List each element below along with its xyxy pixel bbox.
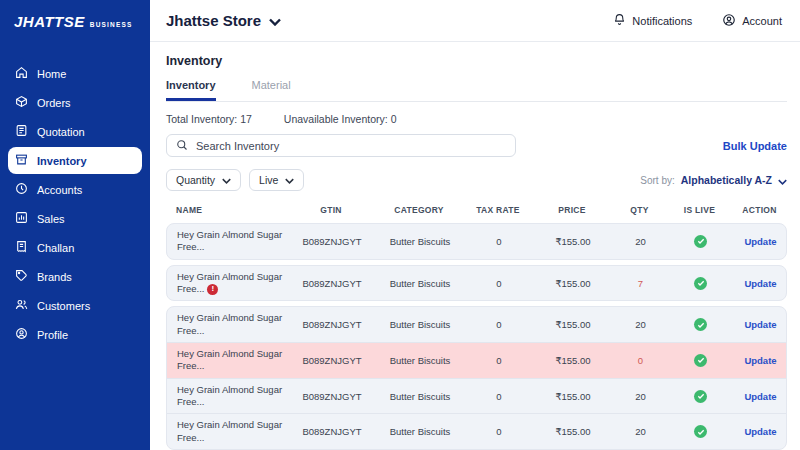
- alert-icon: !: [207, 284, 218, 295]
- challan-icon: [15, 240, 28, 255]
- is-live-cell: [668, 425, 733, 438]
- gtin-cell: B089ZNJGYT: [289, 236, 375, 247]
- update-button[interactable]: Update: [744, 426, 776, 437]
- category-cell: Butter Biscuits: [375, 426, 465, 437]
- sidebar-item-label: Brands: [37, 271, 72, 283]
- update-button[interactable]: Update: [744, 391, 776, 402]
- column-header-qty: QTY: [612, 205, 667, 215]
- brand-logo: JHATTSE BUSINESS: [0, 0, 150, 30]
- qty-cell: 0: [613, 355, 668, 366]
- category-cell: Butter Biscuits: [375, 236, 465, 247]
- category-cell: Butter Biscuits: [375, 319, 465, 330]
- quotation-icon: [15, 124, 28, 139]
- is-live-cell: [668, 354, 733, 367]
- update-button[interactable]: Update: [744, 278, 776, 289]
- sort-dropdown[interactable]: Sort by: Alphabetically A-Z: [640, 171, 787, 189]
- product-name-cell: Hey Grain Almond Sugar Free...: [167, 384, 289, 409]
- sidebar-item-home[interactable]: Home: [8, 60, 142, 87]
- chevron-down-icon: [269, 12, 281, 29]
- product-name-cell: Hey Grain Almond Sugar Free...: [167, 419, 289, 444]
- inventory-icon: [15, 153, 28, 168]
- account-button[interactable]: Account: [722, 13, 782, 29]
- sidebar-item-challan[interactable]: Challan: [8, 234, 142, 261]
- store-name-label: Jhattse Store: [166, 12, 261, 29]
- is-live-cell: [668, 318, 733, 331]
- gtin-cell: B089ZNJGYT: [289, 426, 375, 437]
- chevron-down-icon: [778, 171, 787, 189]
- price-cell: ₹155.00: [533, 426, 613, 437]
- is-live-cell: [668, 235, 733, 248]
- product-name-cell: Hey Grain Almond Sugar Free...: [167, 348, 289, 373]
- update-button[interactable]: Update: [744, 319, 776, 330]
- table-row-group: Hey Grain Almond Sugar Free...B089ZNJGYT…: [166, 306, 787, 450]
- gtin-cell: B089ZNJGYT: [289, 391, 375, 402]
- sidebar-item-label: Customers: [37, 300, 90, 312]
- table-row: Hey Grain Almond Sugar Free...B089ZNJGYT…: [167, 224, 786, 259]
- qty-cell: 20: [613, 426, 668, 437]
- sidebar-item-label: Inventory: [37, 155, 87, 167]
- store-selector[interactable]: Jhattse Store: [166, 12, 281, 29]
- table-row: Hey Grain Almond Sugar Free...B089ZNJGYT…: [167, 413, 786, 449]
- unavailable-inventory-stat: Unavailable Inventory: 0: [284, 113, 397, 125]
- tab-inventory[interactable]: Inventory: [166, 79, 216, 101]
- sidebar-item-label: Quotation: [37, 126, 85, 138]
- quantity-filter-dropdown[interactable]: Quantity: [166, 169, 241, 191]
- sidebar-item-customers[interactable]: Customers: [8, 292, 142, 319]
- tax-rate-cell: 0: [465, 236, 533, 247]
- bell-icon: [613, 13, 626, 28]
- live-check-icon: [694, 390, 707, 403]
- sidebar-item-sales[interactable]: Sales: [8, 205, 142, 232]
- live-check-icon: [694, 318, 707, 331]
- update-button[interactable]: Update: [744, 236, 776, 247]
- product-name-cell: Hey Grain Almond Sugar Free...!: [167, 271, 289, 296]
- sidebar-item-brands[interactable]: Brands: [8, 263, 142, 290]
- qty-cell: 20: [613, 236, 668, 247]
- column-header-price: PRICE: [532, 205, 612, 215]
- action-cell: Update: [733, 355, 787, 366]
- qty-cell: 20: [613, 319, 668, 330]
- table-row: Hey Grain Almond Sugar Free...B089ZNJGYT…: [167, 342, 786, 378]
- column-header-name: NAME: [166, 205, 288, 215]
- filter-label: Live: [259, 174, 278, 186]
- sidebar-item-label: Profile: [37, 329, 68, 341]
- column-header-gtin: GTIN: [288, 205, 374, 215]
- table-row: Hey Grain Almond Sugar Free...!B089ZNJGY…: [167, 266, 786, 301]
- main-content: Inventory Inventory Material Total Inven…: [150, 42, 800, 450]
- price-cell: ₹155.00: [533, 355, 613, 366]
- live-check-icon: [694, 425, 707, 438]
- stat-value: 17: [240, 113, 252, 125]
- gtin-cell: B089ZNJGYT: [289, 355, 375, 366]
- search-input[interactable]: [196, 140, 506, 152]
- product-name-cell: Hey Grain Almond Sugar Free...: [167, 229, 289, 254]
- sidebar-item-label: Sales: [37, 213, 65, 225]
- price-cell: ₹155.00: [533, 278, 613, 289]
- price-cell: ₹155.00: [533, 319, 613, 330]
- chevron-down-icon: [285, 174, 294, 186]
- product-name: Hey Grain Almond Sugar Free...: [177, 271, 282, 294]
- price-cell: ₹155.00: [533, 391, 613, 402]
- sidebar-item-orders[interactable]: Orders: [8, 89, 142, 116]
- search-box[interactable]: [166, 134, 516, 157]
- update-button[interactable]: Update: [744, 355, 776, 366]
- tab-material[interactable]: Material: [252, 79, 291, 101]
- action-cell: Update: [733, 278, 787, 289]
- sidebar-item-accounts[interactable]: Accounts: [8, 176, 142, 203]
- sidebar-item-inventory[interactable]: Inventory: [8, 147, 142, 174]
- orders-icon: [15, 95, 28, 110]
- table-row-group: Hey Grain Almond Sugar Free...!B089ZNJGY…: [166, 265, 787, 302]
- bulk-update-link[interactable]: Bulk Update: [723, 140, 787, 152]
- sidebar-item-quotation[interactable]: Quotation: [8, 118, 142, 145]
- tax-rate-cell: 0: [465, 319, 533, 330]
- is-live-cell: [668, 277, 733, 290]
- qty-cell: 7: [613, 278, 668, 289]
- is-live-cell: [668, 390, 733, 403]
- gtin-cell: B089ZNJGYT: [289, 278, 375, 289]
- live-filter-dropdown[interactable]: Live: [249, 169, 304, 191]
- sidebar-item-profile[interactable]: Profile: [8, 321, 142, 348]
- app-window: JHATTSE BUSINESS Home Orders Quotation I…: [0, 0, 800, 450]
- sort-value: Alphabetically A-Z: [681, 174, 772, 186]
- inventory-table-body: Hey Grain Almond Sugar Free...B089ZNJGYT…: [166, 223, 787, 450]
- table-row-group: Hey Grain Almond Sugar Free...B089ZNJGYT…: [166, 223, 787, 260]
- notifications-button[interactable]: Notifications: [613, 13, 692, 28]
- column-header-category: CATEGORY: [374, 205, 464, 215]
